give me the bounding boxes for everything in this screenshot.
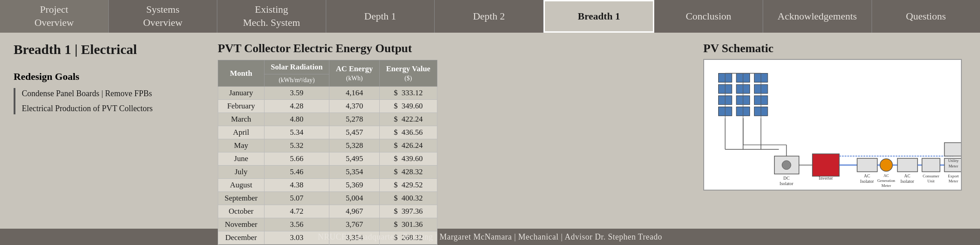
- pvt-table: Month Solar Radiation AC Energy(kWh) Ene…: [218, 60, 437, 245]
- cell-month: November: [218, 218, 265, 231]
- cell-solar: 4.28: [264, 100, 329, 113]
- table-row: April 5.34 5,457 $ 436.56: [218, 126, 437, 139]
- goal-item-1: Condense Panel Boards | Remove FPBs: [22, 88, 204, 99]
- col-ac: AC Energy(kWh): [329, 60, 380, 87]
- cell-ac: 5,457: [329, 126, 380, 139]
- right-panel: PV Schematic: [703, 42, 966, 224]
- svg-rect-34: [897, 158, 917, 172]
- cell-ac: 5,328: [329, 139, 380, 152]
- cell-value: $ 333.12: [379, 87, 437, 100]
- nav-project-overview[interactable]: ProjectOverview: [0, 0, 109, 33]
- svg-rect-25: [857, 158, 877, 172]
- navigation: ProjectOverview SystemsOverview Existing…: [0, 0, 980, 33]
- svg-text:Generation: Generation: [877, 178, 896, 183]
- svg-rect-46: [945, 142, 961, 156]
- cell-month: February: [218, 100, 265, 113]
- cell-solar: 3.56: [264, 218, 329, 231]
- svg-text:Meter: Meter: [949, 164, 958, 168]
- cell-month: July: [218, 166, 265, 179]
- cell-month: December: [218, 231, 265, 245]
- nav-questions[interactable]: Questions: [872, 0, 980, 33]
- table-row: May 5.32 5,328 $ 426.24: [218, 139, 437, 152]
- svg-text:Isolator: Isolator: [779, 181, 794, 186]
- cell-ac: 5,495: [329, 152, 380, 166]
- svg-rect-22: [813, 154, 839, 176]
- cell-ac: 4,370: [329, 100, 380, 113]
- nav-depth2[interactable]: Depth 2: [435, 0, 544, 33]
- col-solar-header: Solar Radiation: [264, 60, 329, 74]
- cell-month: September: [218, 192, 265, 205]
- cell-solar: 5.34: [264, 126, 329, 139]
- svg-text:AC: AC: [864, 173, 870, 178]
- cell-solar: 3.59: [264, 87, 329, 100]
- cell-month: May: [218, 139, 265, 152]
- table-row: November 3.56 3,767 $ 301.36: [218, 218, 437, 231]
- table-row: September 5.07 5,004 $ 400.32: [218, 192, 437, 205]
- cell-solar: 5.46: [264, 166, 329, 179]
- col-month: Month: [218, 60, 265, 87]
- svg-text:Isolator: Isolator: [860, 179, 874, 184]
- cell-value: $ 349.60: [379, 100, 437, 113]
- cell-ac: 3,767: [329, 218, 380, 231]
- nav-breadth1[interactable]: Breadth 1: [544, 0, 655, 33]
- cell-value: $ 428.32: [379, 166, 437, 179]
- table-row: June 5.66 5,495 $ 439.60: [218, 152, 437, 166]
- left-panel: Breadth 1 | Electrical Redesign Goals Co…: [14, 42, 204, 224]
- nav-existing-mech[interactable]: ExistingMech. System: [217, 0, 326, 33]
- svg-text:Consumer: Consumer: [923, 174, 939, 178]
- cell-value: $ 429.52: [379, 179, 437, 192]
- nav-depth1[interactable]: Depth 1: [326, 0, 435, 33]
- svg-text:AC: AC: [904, 173, 911, 178]
- col-solar-sub: (kWh/m²/day): [264, 74, 329, 87]
- schematic-title: PV Schematic: [703, 42, 966, 55]
- nav-systems-overview[interactable]: SystemsOverview: [109, 0, 218, 33]
- svg-point-18: [782, 161, 791, 170]
- footer: NRUCFC Headquarters Building | Margaret …: [0, 229, 980, 245]
- cell-ac: 5,278: [329, 113, 380, 126]
- table-row: October 4.72 4,967 $ 397.36: [218, 205, 437, 218]
- svg-rect-38: [922, 158, 940, 172]
- nav-acknowledgements[interactable]: Acknowledgements: [763, 0, 872, 33]
- cell-month: June: [218, 152, 265, 166]
- cell-solar: 4.80: [264, 113, 329, 126]
- schematic-box: DC Isolator Inverter AC Isolator AC Ge: [703, 59, 962, 191]
- svg-text:Unit: Unit: [927, 179, 935, 183]
- cell-value: $ 426.24: [379, 139, 437, 152]
- page-title: Breadth 1 | Electrical: [14, 42, 204, 57]
- cell-value: $ 439.60: [379, 152, 437, 166]
- cell-value: $ 301.36: [379, 218, 437, 231]
- cell-solar: 4.72: [264, 205, 329, 218]
- table-row: July 5.46 5,354 $ 428.32: [218, 166, 437, 179]
- svg-text:Export: Export: [948, 174, 959, 178]
- table-row: August 4.38 5,369 $ 429.52: [218, 179, 437, 192]
- cell-month: January: [218, 87, 265, 100]
- cell-solar: 4.38: [264, 179, 329, 192]
- svg-text:AC: AC: [883, 173, 889, 178]
- cell-ac: 5,369: [329, 179, 380, 192]
- table-row: February 4.28 4,370 $ 349.60: [218, 100, 437, 113]
- cell-value: $ 422.24: [379, 113, 437, 126]
- svg-text:Meter: Meter: [949, 179, 958, 183]
- cell-ac: 5,004: [329, 192, 380, 205]
- main-content: Breadth 1 | Electrical Redesign Goals Co…: [0, 33, 980, 229]
- cell-month: August: [218, 179, 265, 192]
- table-row: January 3.59 4,164 $ 333.12: [218, 87, 437, 100]
- goal-item-2: Electrical Production of PVT Collectors: [22, 103, 204, 114]
- cell-ac: 5,354: [329, 166, 380, 179]
- cell-value: $ 400.32: [379, 192, 437, 205]
- svg-text:Isolator: Isolator: [901, 179, 915, 184]
- svg-text:Meter: Meter: [882, 183, 891, 188]
- col-value: Energy Value($): [379, 60, 437, 87]
- cell-solar: 5.32: [264, 139, 329, 152]
- cell-solar: 5.66: [264, 152, 329, 166]
- cell-solar: 5.07: [264, 192, 329, 205]
- table-title: PVT Collector Electric Energy Output: [218, 42, 412, 55]
- footer-text: NRUCFC Headquarters Building | Margaret …: [318, 232, 662, 242]
- cell-ac: 4,967: [329, 205, 380, 218]
- svg-text:DC: DC: [784, 176, 790, 181]
- cell-ac: 4,164: [329, 87, 380, 100]
- svg-text:Inverter: Inverter: [819, 176, 833, 181]
- cell-month: March: [218, 113, 265, 126]
- table-row: March 4.80 5,278 $ 422.24: [218, 113, 437, 126]
- nav-conclusion[interactable]: Conclusion: [654, 0, 763, 33]
